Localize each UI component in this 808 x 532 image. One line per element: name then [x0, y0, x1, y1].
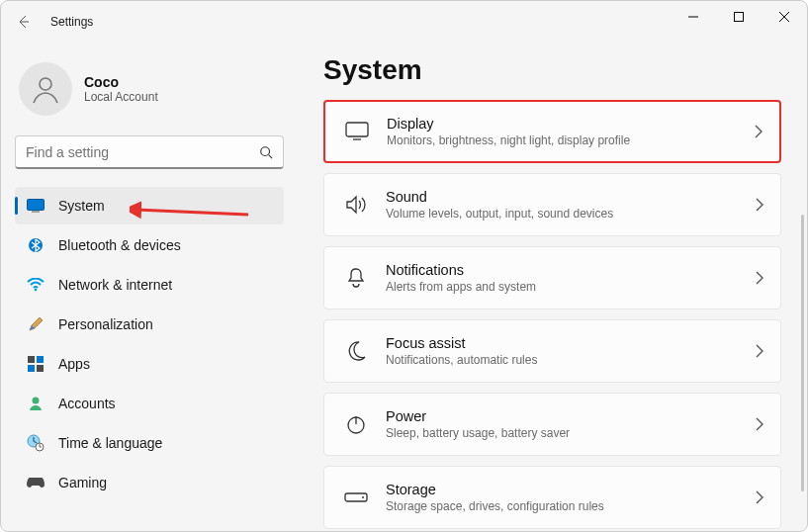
card-title: Focus assist — [386, 335, 747, 351]
body: Coco Local Account System — [1, 43, 807, 531]
sound-icon — [334, 195, 378, 215]
minimize-icon — [688, 12, 698, 22]
titlebar: Settings — [1, 1, 807, 43]
main-content: System Display Monitors, brightness, nig… — [298, 43, 807, 531]
svg-rect-8 — [37, 356, 44, 363]
display-icon — [335, 122, 379, 141]
nav-label: System — [58, 198, 105, 214]
settings-window: Settings Coco — [0, 0, 808, 532]
close-icon — [779, 12, 789, 22]
user-subtitle: Local Account — [84, 90, 158, 104]
chevron-right-icon — [754, 125, 763, 138]
svg-point-17 — [362, 496, 364, 498]
card-title: Notifications — [386, 262, 747, 278]
nav-label: Personalization — [58, 316, 153, 332]
svg-rect-4 — [32, 212, 40, 213]
minimize-button[interactable] — [671, 1, 716, 33]
chevron-right-icon — [755, 417, 764, 431]
svg-rect-0 — [735, 13, 744, 22]
bell-icon — [334, 267, 378, 289]
nav-network[interactable]: Network & internet — [15, 266, 284, 304]
brush-icon — [27, 315, 45, 333]
card-text: Focus assist Notifications, automatic ru… — [386, 335, 747, 367]
nav-list: System Bluetooth & devices Network & int… — [15, 187, 284, 501]
svg-point-6 — [35, 289, 38, 292]
chevron-right-icon — [755, 490, 764, 504]
avatar — [19, 62, 72, 116]
card-title: Power — [386, 408, 747, 424]
card-subtitle: Notifications, automatic rules — [386, 353, 747, 367]
nav-personalization[interactable]: Personalization — [15, 306, 284, 343]
nav-label: Accounts — [58, 396, 116, 411]
arrow-left-icon — [16, 14, 32, 30]
page-title: System — [323, 54, 781, 86]
svg-rect-3 — [28, 200, 45, 211]
card-title: Storage — [386, 482, 747, 497]
window-controls — [671, 1, 807, 33]
card-subtitle: Monitors, brightness, night light, displ… — [387, 133, 746, 147]
wifi-icon — [27, 276, 45, 294]
window-title: Settings — [50, 15, 93, 29]
power-icon — [334, 413, 378, 435]
card-title: Display — [387, 116, 746, 132]
storage-icon — [334, 490, 378, 504]
svg-rect-14 — [346, 123, 368, 136]
maximize-button[interactable] — [716, 1, 762, 33]
maximize-icon — [734, 12, 744, 22]
svg-point-2 — [261, 146, 270, 155]
nav-accounts[interactable]: Accounts — [15, 385, 284, 422]
moon-icon — [334, 340, 378, 362]
card-storage[interactable]: Storage Storage space, drives, configura… — [323, 466, 781, 529]
card-title: Sound — [386, 189, 747, 205]
bluetooth-icon — [27, 236, 45, 254]
apps-icon — [27, 355, 45, 373]
card-sound[interactable]: Sound Volume levels, output, input, soun… — [323, 173, 781, 236]
chevron-right-icon — [755, 198, 764, 212]
nav-bluetooth[interactable]: Bluetooth & devices — [15, 226, 284, 264]
scrollbar[interactable] — [801, 215, 804, 491]
svg-rect-9 — [28, 365, 35, 372]
card-text: Display Monitors, brightness, night ligh… — [387, 116, 746, 147]
card-text: Power Sleep, battery usage, battery save… — [386, 408, 747, 440]
svg-point-11 — [33, 398, 40, 404]
user-text: Coco Local Account — [84, 74, 158, 104]
card-text: Storage Storage space, drives, configura… — [386, 482, 747, 513]
system-icon — [27, 197, 45, 215]
card-list: Display Monitors, brightness, night ligh… — [323, 100, 781, 531]
nav-label: Time & language — [58, 435, 162, 451]
nav-system[interactable]: System — [15, 187, 284, 224]
svg-rect-7 — [28, 356, 35, 363]
gaming-icon — [27, 474, 45, 491]
search-box[interactable] — [15, 135, 284, 169]
nav-gaming[interactable]: Gaming — [15, 464, 284, 501]
nav-label: Bluetooth & devices — [58, 237, 181, 253]
chevron-right-icon — [755, 344, 764, 358]
card-subtitle: Sleep, battery usage, battery saver — [386, 426, 747, 440]
chevron-right-icon — [755, 271, 764, 285]
svg-rect-10 — [37, 365, 44, 372]
svg-point-1 — [40, 78, 51, 90]
close-button[interactable] — [762, 1, 807, 33]
nav-label: Apps — [58, 356, 90, 372]
card-subtitle: Alerts from apps and system — [386, 280, 747, 294]
card-focus-assist[interactable]: Focus assist Notifications, automatic ru… — [323, 319, 781, 383]
search-icon — [259, 145, 273, 159]
card-text: Sound Volume levels, output, input, soun… — [386, 189, 747, 221]
user-name: Coco — [84, 74, 158, 90]
user-profile[interactable]: Coco Local Account — [19, 62, 280, 116]
card-power[interactable]: Power Sleep, battery usage, battery save… — [323, 393, 781, 456]
card-notifications[interactable]: Notifications Alerts from apps and syste… — [323, 246, 781, 310]
card-display[interactable]: Display Monitors, brightness, night ligh… — [323, 100, 781, 163]
person-icon — [30, 73, 61, 105]
nav-label: Gaming — [58, 475, 107, 490]
clock-globe-icon — [27, 434, 45, 452]
sidebar: Coco Local Account System — [1, 43, 298, 531]
nav-apps[interactable]: Apps — [15, 345, 284, 383]
card-subtitle: Storage space, drives, configuration rul… — [386, 499, 747, 513]
nav-time-language[interactable]: Time & language — [15, 424, 284, 462]
back-button[interactable] — [5, 3, 43, 41]
card-subtitle: Volume levels, output, input, sound devi… — [386, 207, 747, 221]
accounts-icon — [27, 395, 45, 412]
search-input[interactable] — [26, 144, 259, 160]
nav-label: Network & internet — [58, 277, 172, 293]
